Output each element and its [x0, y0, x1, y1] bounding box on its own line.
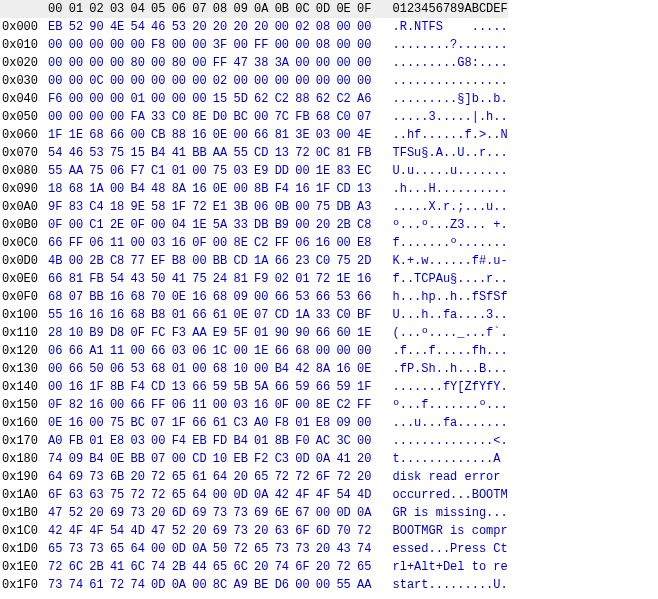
hex-cell[interactable]: 80: [127, 54, 148, 72]
hex-cell[interactable]: 65: [210, 558, 231, 576]
hex-cell[interactable]: 0D: [169, 540, 190, 558]
hex-cell[interactable]: 73: [45, 576, 66, 594]
hex-cell[interactable]: 06: [86, 234, 107, 252]
hex-cell[interactable]: 16: [66, 414, 87, 432]
hex-cell[interactable]: 08: [313, 18, 334, 36]
hex-cell[interactable]: 66: [148, 342, 169, 360]
hex-cell[interactable]: C0: [333, 306, 354, 324]
hex-cell[interactable]: 00: [107, 108, 128, 126]
hex-cell[interactable]: 0F: [189, 234, 210, 252]
hex-cell[interactable]: 0A: [354, 504, 375, 522]
hex-cell[interactable]: 61: [86, 576, 107, 594]
hex-cell[interactable]: FC: [148, 324, 169, 342]
hex-cell[interactable]: 00: [66, 54, 87, 72]
hex-cell[interactable]: 00: [292, 72, 313, 90]
hex-cell[interactable]: 00: [272, 18, 293, 36]
hex-cell[interactable]: 75: [86, 162, 107, 180]
hex-cell[interactable]: 72: [107, 576, 128, 594]
hex-cell[interactable]: 00: [127, 234, 148, 252]
hex-cell[interactable]: 68: [127, 306, 148, 324]
hex-cell[interactable]: 74: [148, 558, 169, 576]
hex-cell[interactable]: 66: [189, 414, 210, 432]
hex-cell[interactable]: 88: [169, 126, 190, 144]
hex-cell[interactable]: FF: [272, 234, 293, 252]
hex-cell[interactable]: 6C: [66, 558, 87, 576]
hex-cell[interactable]: 68: [148, 360, 169, 378]
data-row[interactable]: 0x0100000000000F800003F00FF0000080000...…: [0, 36, 508, 54]
hex-cell[interactable]: A6: [354, 90, 375, 108]
ascii-cell[interactable]: .....3.....|.h..: [393, 108, 508, 126]
hex-cell[interactable]: C4: [86, 198, 107, 216]
hex-cell[interactable]: 0F: [127, 216, 148, 234]
hex-cell[interactable]: 00: [45, 36, 66, 54]
hex-cell[interactable]: BB: [210, 252, 231, 270]
ascii-cell[interactable]: disk read error: [393, 468, 508, 486]
hex-cell[interactable]: F4: [127, 378, 148, 396]
hex-cell[interactable]: 4B: [45, 252, 66, 270]
ascii-cell[interactable]: .h...H..........: [393, 180, 508, 198]
hex-cell[interactable]: 20: [189, 522, 210, 540]
hex-cell[interactable]: 00: [45, 360, 66, 378]
data-row[interactable]: 0x08055AA7506F7C101007503E9DD001E83ECU.u…: [0, 162, 508, 180]
hex-cell[interactable]: A1: [86, 342, 107, 360]
hex-cell[interactable]: 2B: [86, 252, 107, 270]
hex-cell[interactable]: 00: [272, 72, 293, 90]
hex-cell[interactable]: 16: [86, 396, 107, 414]
hex-cell[interactable]: 00: [148, 90, 169, 108]
hex-cell[interactable]: D8: [107, 324, 128, 342]
hex-cell[interactable]: C8: [354, 216, 375, 234]
hex-cell[interactable]: 5D: [230, 90, 251, 108]
hex-cell[interactable]: B4: [230, 432, 251, 450]
hex-cell[interactable]: 8E: [313, 396, 334, 414]
hex-cell[interactable]: 0E: [45, 414, 66, 432]
hex-cell[interactable]: 65: [354, 558, 375, 576]
hex-cell[interactable]: 16: [66, 378, 87, 396]
hex-cell[interactable]: 73: [86, 540, 107, 558]
data-row[interactable]: 0x1300066500653680100681000B4428A160E.fP…: [0, 360, 508, 378]
hex-cell[interactable]: 75: [107, 144, 128, 162]
hex-cell[interactable]: 6E: [272, 504, 293, 522]
hex-cell[interactable]: 81: [272, 126, 293, 144]
hex-cell[interactable]: 00: [230, 180, 251, 198]
hex-cell[interactable]: 73: [66, 540, 87, 558]
hex-cell[interactable]: 06: [189, 342, 210, 360]
hex-cell[interactable]: 00: [210, 234, 231, 252]
hex-cell[interactable]: 66: [66, 360, 87, 378]
hex-cell[interactable]: BB: [127, 450, 148, 468]
hex-cell[interactable]: F8: [272, 414, 293, 432]
hex-cell[interactable]: 72: [45, 558, 66, 576]
hex-cell[interactable]: 20: [210, 18, 231, 36]
hex-cell[interactable]: 07: [66, 288, 87, 306]
hex-cell[interactable]: 6F: [313, 468, 334, 486]
hex-cell[interactable]: 72: [292, 144, 313, 162]
ascii-cell[interactable]: .........G8:....: [393, 54, 508, 72]
hex-cell[interactable]: 07: [148, 450, 169, 468]
hex-cell[interactable]: 8E: [230, 234, 251, 252]
hex-cell[interactable]: 4F: [86, 522, 107, 540]
hex-cell[interactable]: 00: [354, 414, 375, 432]
hex-cell[interactable]: EC: [354, 162, 375, 180]
hex-cell[interactable]: 16: [333, 360, 354, 378]
hex-cell[interactable]: 75: [107, 414, 128, 432]
hex-cell[interactable]: A0: [45, 432, 66, 450]
hex-cell[interactable]: 23: [292, 252, 313, 270]
hex-cell[interactable]: F3: [169, 324, 190, 342]
data-row[interactable]: 0x0A09F83C4189E581F72E13B060B0075DBA3...…: [0, 198, 508, 216]
hex-cell[interactable]: 73: [210, 504, 231, 522]
hex-cell[interactable]: 00: [292, 216, 313, 234]
hex-cell[interactable]: 00: [45, 108, 66, 126]
hex-cell[interactable]: 68: [45, 288, 66, 306]
hex-cell[interactable]: F8: [148, 36, 169, 54]
hex-cell[interactable]: B9: [272, 216, 293, 234]
data-row[interactable]: 0x0D04B002BC877EFB800BBCD1A6623C0752DK.+…: [0, 252, 508, 270]
hex-cell[interactable]: 72: [313, 270, 334, 288]
data-row[interactable]: 0x1B04752206973206D697373696E67000D0AGR …: [0, 504, 508, 522]
hex-cell[interactable]: 01: [127, 90, 148, 108]
hex-cell[interactable]: A9: [230, 576, 251, 594]
hex-cell[interactable]: 75: [107, 486, 128, 504]
hex-cell[interactable]: A3: [354, 198, 375, 216]
hex-cell[interactable]: 8A: [169, 180, 190, 198]
hex-cell[interactable]: 63: [86, 486, 107, 504]
hex-cell[interactable]: CD: [189, 450, 210, 468]
hex-cell[interactable]: 10: [210, 450, 231, 468]
